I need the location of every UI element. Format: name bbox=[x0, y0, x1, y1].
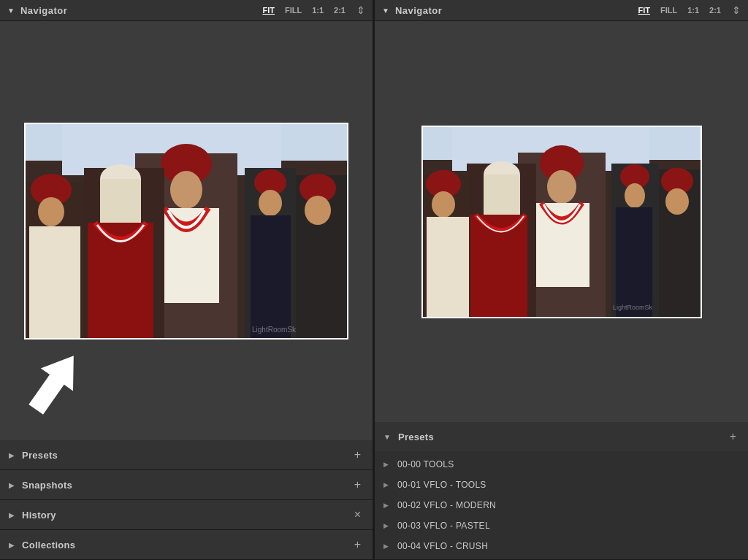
white-arrow bbox=[22, 342, 88, 426]
preset-item-name-1: 00-01 VFLO - TOOLS bbox=[397, 480, 486, 490]
right-panel: ▼ Navigator FIT FILL 1:1 2:1 ⇕ bbox=[375, 0, 748, 560]
preset-item-name-2: 00-02 VFLO - MODERN bbox=[397, 500, 496, 510]
history-clear-button[interactable]: × bbox=[351, 507, 364, 522]
right-nav-stepper[interactable]: ⇕ bbox=[732, 4, 741, 16]
preset-item-name-0: 00-00 TOOLS bbox=[397, 459, 454, 469]
collections-section: ▶ Collections + bbox=[0, 530, 373, 560]
history-triangle: ▶ bbox=[9, 511, 15, 519]
preset-item-triangle-4: ▶ bbox=[383, 542, 389, 550]
presets-header[interactable]: ▶ Presets + bbox=[0, 440, 373, 469]
preset-item-triangle-1: ▶ bbox=[383, 481, 389, 488]
right-navigator-title: Navigator bbox=[395, 5, 636, 16]
svg-rect-39 bbox=[427, 217, 469, 317]
preset-item-name-3: 00-03 VFLO - PASTEL bbox=[397, 521, 490, 531]
left-wedding-photo: LightRoomSk bbox=[26, 124, 347, 338]
right-presets-title: Presets bbox=[398, 431, 727, 442]
nav-stepper[interactable]: ⇕ bbox=[356, 4, 365, 16]
right-photo-frame: LightRoomSk bbox=[421, 126, 702, 318]
list-item[interactable]: ▶ 00-01 VFLO - TOOLS bbox=[375, 475, 748, 495]
svg-rect-10 bbox=[100, 179, 141, 223]
presets-add-button[interactable]: + bbox=[351, 448, 364, 462]
svg-marker-24 bbox=[22, 345, 88, 421]
right-nav-fill-option[interactable]: FILL bbox=[658, 5, 679, 15]
svg-point-22 bbox=[305, 196, 331, 225]
left-panel: ▼ Navigator FIT FILL 1:1 2:1 ⇕ bbox=[0, 0, 373, 560]
presets-triangle: ▶ bbox=[9, 451, 15, 459]
right-wedding-photo: LightRoomSk bbox=[423, 127, 701, 317]
presets-section: ▶ Presets + bbox=[0, 440, 373, 470]
snapshots-section: ▶ Snapshots + bbox=[0, 470, 373, 500]
list-item[interactable]: ▶ 00-02 VFLO - MODERN bbox=[375, 495, 748, 515]
collections-triangle: ▶ bbox=[9, 541, 15, 549]
right-presets-triangle: ▼ bbox=[383, 433, 391, 441]
svg-point-30 bbox=[547, 170, 576, 204]
right-nav-fit-option[interactable]: FIT bbox=[636, 5, 652, 15]
svg-point-18 bbox=[259, 190, 282, 216]
right-presets-header[interactable]: ▼ Presets + bbox=[375, 422, 748, 451]
nav-fill-option[interactable]: FILL bbox=[283, 5, 304, 15]
svg-rect-31 bbox=[534, 203, 589, 287]
left-navigator-header: ▼ Navigator FIT FILL 1:1 2:1 ⇕ bbox=[0, 0, 373, 21]
right-navigator-header: ▼ Navigator FIT FILL 1:1 2:1 ⇕ bbox=[375, 0, 748, 21]
svg-point-14 bbox=[38, 197, 64, 226]
left-photo-frame: LightRoomSk bbox=[24, 123, 348, 340]
history-header[interactable]: ▶ History × bbox=[0, 500, 373, 529]
preset-item-name-4: 00-04 VFLO - CRUSH bbox=[397, 541, 488, 551]
snapshots-title: Snapshots bbox=[22, 480, 351, 491]
list-item[interactable]: ▶ 00-04 VFLO - CRUSH bbox=[375, 536, 748, 556]
svg-point-38 bbox=[432, 191, 455, 218]
svg-text:LightRoomSk: LightRoomSk bbox=[613, 304, 653, 311]
right-navigator-triangle[interactable]: ▼ bbox=[382, 7, 389, 15]
right-nav-2-1-option[interactable]: 2:1 bbox=[707, 5, 723, 15]
svg-point-42 bbox=[625, 183, 645, 208]
left-navigator-triangle[interactable]: ▼ bbox=[7, 7, 15, 15]
list-item[interactable]: ▶ 00-00 TOOLS bbox=[375, 454, 748, 475]
snapshots-add-button[interactable]: + bbox=[351, 477, 364, 492]
history-section: ▶ History × bbox=[0, 500, 373, 530]
svg-point-46 bbox=[665, 188, 689, 215]
presets-title: Presets bbox=[22, 450, 351, 461]
svg-rect-43 bbox=[616, 207, 652, 317]
left-nav-options: FIT FILL 1:1 2:1 ⇕ bbox=[260, 4, 365, 16]
preset-item-triangle-0: ▶ bbox=[383, 461, 389, 468]
nav-2-1-option[interactable]: 2:1 bbox=[332, 5, 348, 15]
right-nav-1-1-option[interactable]: 1:1 bbox=[685, 5, 701, 15]
nav-fit-option[interactable]: FIT bbox=[260, 5, 277, 15]
nav-1-1-option[interactable]: 1:1 bbox=[310, 5, 326, 15]
svg-rect-15 bbox=[29, 226, 80, 338]
svg-rect-34 bbox=[484, 174, 520, 215]
svg-text:LightRoomSk: LightRoomSk bbox=[252, 326, 297, 334]
preset-item-triangle-3: ▶ bbox=[383, 522, 389, 529]
snapshots-header[interactable]: ▶ Snapshots + bbox=[0, 470, 373, 499]
right-nav-options: FIT FILL 1:1 2:1 ⇕ bbox=[636, 4, 741, 16]
list-item[interactable]: ▶ 00-03 VFLO - PASTEL bbox=[375, 515, 748, 536]
preset-item-triangle-2: ▶ bbox=[383, 502, 389, 509]
left-navigator-title: Navigator bbox=[20, 5, 261, 16]
history-title: History bbox=[22, 510, 351, 521]
svg-point-6 bbox=[170, 171, 202, 209]
right-navigator-image-area: LightRoomSk bbox=[375, 21, 748, 422]
right-presets-add-button[interactable]: + bbox=[727, 429, 739, 444]
right-presets-section: ▼ Presets + ▶ 00-00 TOOLS ▶ 00-01 VFLO -… bbox=[375, 422, 748, 560]
collections-add-button[interactable]: + bbox=[351, 537, 364, 552]
svg-rect-19 bbox=[251, 215, 291, 338]
presets-list: ▶ 00-00 TOOLS ▶ 00-01 VFLO - TOOLS ▶ 00-… bbox=[375, 451, 748, 559]
collections-title: Collections bbox=[22, 540, 351, 551]
snapshots-triangle: ▶ bbox=[9, 481, 15, 489]
left-navigator-image-area: LightRoomSk bbox=[0, 21, 373, 440]
collections-header[interactable]: ▶ Collections + bbox=[0, 530, 373, 559]
